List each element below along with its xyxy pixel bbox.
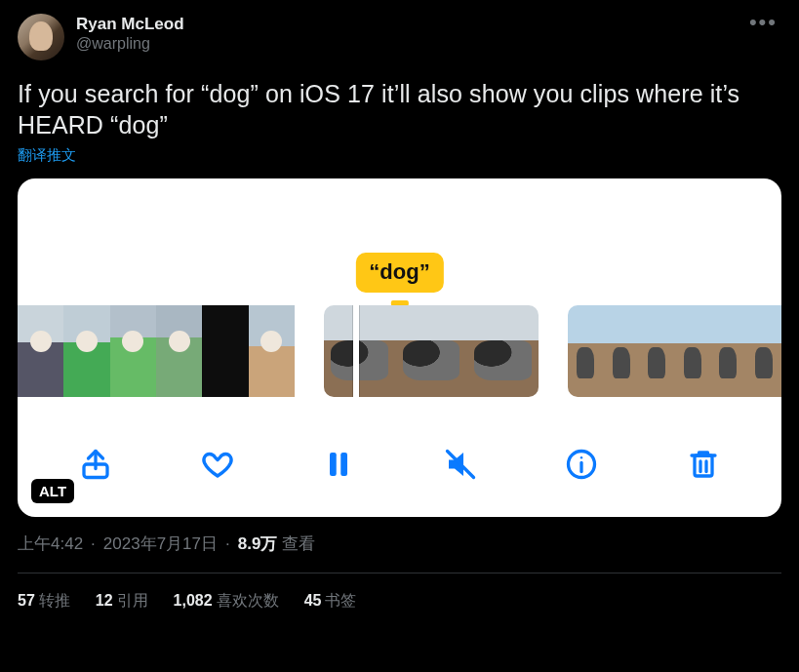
mute-icon[interactable]	[439, 443, 482, 486]
clip-frame	[639, 305, 675, 397]
media-toolbar	[18, 443, 781, 486]
info-icon[interactable]	[560, 443, 603, 486]
views-label: 查看	[282, 534, 315, 553]
svg-rect-2	[341, 453, 348, 476]
clip-frame	[63, 305, 109, 397]
stat-likes[interactable]: 1,082喜欢次数	[174, 591, 279, 612]
bookmarks-count: 45	[304, 592, 322, 609]
stat-quotes[interactable]: 12引用	[96, 591, 148, 612]
dot-separator	[89, 534, 98, 554]
clip-group-1[interactable]	[18, 305, 295, 397]
dot-separator	[223, 534, 232, 554]
playhead[interactable]	[353, 305, 359, 397]
avatar[interactable]	[18, 14, 64, 60]
display-name: Ryan McLeod	[76, 14, 184, 34]
clip-frame	[249, 305, 295, 397]
clip-frame	[395, 305, 466, 397]
views-count: 8.9万	[238, 534, 278, 553]
clip-frame	[746, 305, 782, 397]
meta-row: 上午4:42 2023年7月17日 8.9万 查看	[18, 533, 781, 555]
tweet-header: Ryan McLeod @warpling •••	[18, 14, 781, 60]
translate-link[interactable]: 翻译推文	[18, 146, 76, 165]
svg-point-6	[580, 456, 582, 458]
tweet-date[interactable]: 2023年7月17日	[103, 533, 218, 555]
trash-icon[interactable]	[682, 443, 725, 486]
clip-frame	[202, 305, 248, 397]
tweet-time[interactable]: 上午4:42	[18, 533, 83, 555]
clip-frame	[604, 305, 640, 397]
stat-retweets[interactable]: 57转推	[18, 591, 70, 612]
clip-frame	[568, 305, 604, 397]
likes-label: 喜欢次数	[217, 592, 279, 609]
clip-frame	[467, 305, 539, 397]
likes-count: 1,082	[174, 592, 213, 609]
tooltip-label: “dog”	[355, 253, 443, 293]
clip-frame	[710, 305, 746, 397]
stats-row: 57转推 12引用 1,082喜欢次数 45书签	[18, 573, 781, 612]
media-card[interactable]: “dog”	[18, 178, 781, 517]
pause-icon[interactable]	[317, 443, 360, 486]
svg-rect-7	[695, 455, 712, 476]
stat-bookmarks[interactable]: 45书签	[304, 591, 357, 612]
retweets-label: 转推	[39, 592, 70, 609]
clip-frame	[675, 305, 711, 397]
clip-group-2[interactable]	[324, 305, 539, 397]
author-names[interactable]: Ryan McLeod @warpling	[76, 14, 184, 54]
quotes-label: 引用	[117, 592, 148, 609]
views[interactable]: 8.9万 查看	[238, 533, 315, 555]
share-icon[interactable]	[74, 443, 117, 486]
search-tooltip: “dog”	[355, 253, 443, 306]
clip-frame	[156, 305, 202, 397]
quotes-count: 12	[96, 592, 113, 609]
clip-frame	[324, 305, 395, 397]
tweet-container: Ryan McLeod @warpling ••• If you search …	[0, 0, 799, 612]
bookmarks-label: 书签	[325, 592, 356, 609]
handle: @warpling	[76, 34, 184, 54]
alt-badge[interactable]: ALT	[31, 479, 74, 503]
svg-rect-1	[330, 453, 337, 476]
tweet-text: If you search for “dog” on iOS 17 it’ll …	[18, 78, 781, 140]
retweets-count: 57	[18, 592, 35, 609]
clip-group-3[interactable]	[568, 305, 781, 397]
clip-frame	[110, 305, 156, 397]
clip-timeline	[18, 305, 781, 397]
heart-icon[interactable]	[196, 443, 239, 486]
more-icon[interactable]: •••	[745, 14, 781, 31]
clip-frame	[18, 305, 63, 397]
